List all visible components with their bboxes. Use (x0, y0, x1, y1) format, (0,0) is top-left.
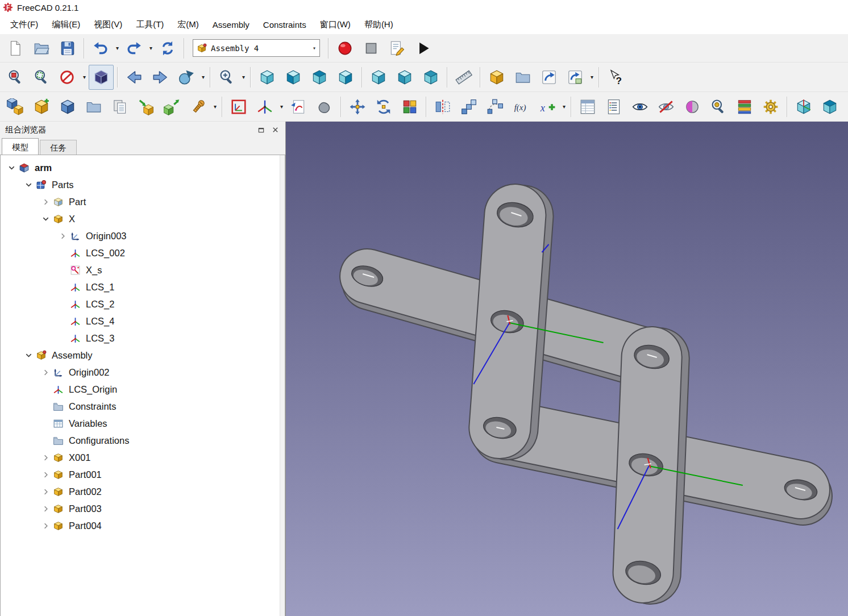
tree-item-assembly[interactable]: Assembly (1, 347, 285, 364)
macro-record-button[interactable] (332, 36, 358, 61)
export-part-button[interactable] (160, 94, 185, 119)
tree-item-x001[interactable]: X001 (1, 449, 285, 466)
import-sketch-button[interactable] (286, 94, 311, 119)
tree-scrollbar[interactable] (280, 155, 285, 616)
menu-file[interactable]: 文件(F) (3, 16, 45, 34)
dropdown-caret[interactable]: ▾ (199, 65, 207, 90)
new-datum-button[interactable] (252, 94, 277, 119)
viewport-canvas[interactable] (286, 122, 848, 616)
tree-item-part001[interactable]: Part001 (1, 466, 285, 483)
menu-macro[interactable]: 宏(M) (171, 16, 206, 34)
tree-item-x[interactable]: X (1, 210, 285, 227)
open-expressions-button[interactable]: f(x) (509, 94, 534, 119)
macro-edit-button[interactable] (385, 36, 410, 61)
parts-list-button[interactable] (575, 94, 600, 119)
tree-item-configurations[interactable]: Configurations (1, 432, 285, 449)
random-colors-button[interactable] (680, 94, 705, 119)
tree-item-lcs-4[interactable]: LCS_4 (1, 313, 285, 330)
close-panel-button[interactable] (268, 123, 282, 136)
view-left-button[interactable] (418, 65, 443, 90)
chevron-down-icon[interactable] (6, 163, 16, 173)
chevron-down-icon[interactable] (23, 180, 34, 190)
3d-viewport[interactable] (286, 122, 848, 616)
insert-fastener-button[interactable] (186, 94, 211, 119)
fit-selection-button[interactable] (29, 65, 54, 90)
link-plate-vertical-right[interactable] (623, 342, 671, 588)
tree-item-part004[interactable]: Part004 (1, 517, 285, 534)
create-group-button[interactable] (510, 65, 535, 90)
chevron-right-icon[interactable] (40, 197, 51, 207)
bill-of-materials-button[interactable] (601, 94, 626, 119)
view-top-button[interactable] (307, 65, 332, 90)
dropdown-caret[interactable]: ▾ (240, 65, 247, 90)
zoom-tools-button[interactable] (214, 65, 239, 90)
dropdown-caret[interactable]: ▾ (560, 94, 568, 119)
whats-this-button[interactable]: ? (603, 65, 628, 90)
tree-item-arm[interactable]: arm (1, 159, 285, 176)
edit-placement-button[interactable] (226, 94, 251, 119)
chevron-right-icon[interactable] (40, 503, 51, 514)
tree-item-constraints[interactable]: Constraints (1, 398, 285, 415)
chevron-right-icon[interactable] (40, 521, 51, 531)
chevron-down-icon[interactable] (23, 350, 34, 360)
view-axonometric-button[interactable] (255, 65, 280, 90)
show-lcs-button[interactable] (627, 94, 652, 119)
measure-distance-button[interactable] (451, 65, 476, 90)
chevron-right-icon[interactable] (40, 469, 51, 480)
menu-view[interactable]: 视图(V) (87, 16, 129, 34)
macro-execute-button[interactable] (411, 36, 436, 61)
view-cube-extra-2-button[interactable] (817, 94, 842, 119)
tree-item-lcs-2[interactable]: LCS_2 (1, 295, 285, 313)
redo-button[interactable] (122, 36, 147, 61)
tab-model[interactable]: 模型 (2, 138, 39, 155)
tree-item-lcs-1[interactable]: LCS_1 (1, 278, 285, 295)
view-isometric-button[interactable] (89, 65, 114, 90)
tree-item-lcs-002[interactable]: LCS_002 (1, 244, 285, 261)
refresh-document-button[interactable] (155, 36, 180, 61)
new-group-button[interactable] (81, 94, 106, 119)
undo-button[interactable] (88, 36, 113, 61)
check-interference-button[interactable] (706, 94, 731, 119)
draw-style-button[interactable] (55, 65, 80, 90)
import-part-button[interactable] (134, 94, 159, 119)
menu-constraints[interactable]: Constraints (256, 16, 313, 33)
dropdown-caret[interactable]: ▾ (147, 36, 155, 61)
exploded-view-button[interactable] (397, 94, 422, 119)
preferences-button[interactable] (758, 94, 783, 119)
open-document-button[interactable] (29, 36, 54, 61)
view-front-button[interactable] (281, 65, 306, 90)
nav-forward-button[interactable] (148, 65, 173, 90)
tree-item-part[interactable]: Part (1, 193, 285, 210)
menu-tools[interactable]: 工具(T) (129, 16, 171, 34)
menu-edit[interactable]: 编辑(E) (45, 16, 87, 34)
undock-panel-button[interactable] (254, 123, 268, 136)
chevron-right-icon[interactable] (40, 452, 51, 463)
navigation-style-button[interactable] (174, 65, 199, 90)
chevron-right-icon[interactable] (40, 367, 51, 377)
dropdown-caret[interactable]: ▾ (81, 65, 88, 90)
hide-lcs-button[interactable] (654, 94, 679, 119)
dropdown-caret[interactable]: ▾ (278, 94, 285, 119)
fit-all-button[interactable] (3, 65, 28, 90)
insert-copy-button[interactable] (107, 94, 132, 119)
view-right-button[interactable] (333, 65, 358, 90)
insert-part-button[interactable] (3, 94, 28, 119)
view-cube-extra-button[interactable] (791, 94, 816, 119)
tree-item-variables[interactable]: Variables (1, 415, 285, 432)
tree-item-x-s[interactable]: X_s (1, 261, 285, 278)
add-variable-button[interactable]: x (535, 94, 560, 119)
new-part-button[interactable] (29, 94, 54, 119)
tree-item-lcs-origin[interactable]: LCS_Origin (1, 381, 285, 398)
drag-part-button[interactable] (371, 94, 396, 119)
dropdown-caret[interactable]: ▾ (588, 65, 596, 90)
menu-help[interactable]: 帮助(H) (358, 16, 400, 34)
tree-item-part002[interactable]: Part002 (1, 483, 285, 500)
nav-back-button[interactable] (122, 65, 147, 90)
tree-item-origin002[interactable]: Origin002 (1, 364, 285, 381)
linear-array-button[interactable] (456, 94, 481, 119)
tree-item-origin003[interactable]: Origin003 (1, 227, 285, 244)
make-link-button[interactable] (537, 65, 562, 90)
color-swatches-button[interactable] (732, 94, 757, 119)
chevron-right-icon[interactable] (57, 231, 68, 241)
menu-assembly[interactable]: Assembly (206, 16, 256, 33)
